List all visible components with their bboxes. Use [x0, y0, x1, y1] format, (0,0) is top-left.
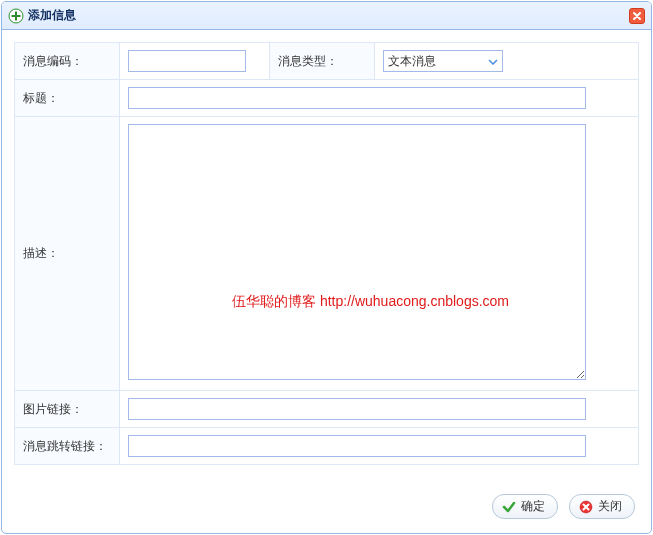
- dialog-content: 消息编码： 消息类型： 文本消息 标题：: [2, 30, 651, 484]
- ok-button-label: 确定: [521, 498, 545, 515]
- select-message-type[interactable]: 文本消息: [383, 50, 503, 72]
- textarea-description[interactable]: [128, 124, 586, 380]
- input-image-link[interactable]: [128, 398, 586, 420]
- cancel-icon: [578, 499, 594, 515]
- label-title: 标题：: [15, 80, 120, 117]
- form-table: 消息编码： 消息类型： 文本消息 标题：: [14, 42, 639, 465]
- input-title[interactable]: [128, 87, 586, 109]
- close-button[interactable]: [629, 8, 645, 24]
- dialog-add-info: 添加信息 消息编码： 消息类型： 文本消息: [1, 1, 652, 534]
- label-message-code: 消息编码：: [15, 43, 120, 80]
- titlebar: 添加信息: [2, 2, 651, 30]
- dialog-title: 添加信息: [28, 7, 76, 24]
- close-dialog-button[interactable]: 关闭: [569, 494, 635, 519]
- close-dialog-button-label: 关闭: [598, 498, 622, 515]
- check-icon: [501, 499, 517, 515]
- select-message-type-value: 文本消息: [388, 53, 436, 70]
- label-description: 描述：: [15, 117, 120, 391]
- label-image-link: 图片链接：: [15, 391, 120, 428]
- chevron-down-icon: [488, 54, 498, 68]
- ok-button[interactable]: 确定: [492, 494, 558, 519]
- label-message-type: 消息类型：: [270, 43, 375, 80]
- button-bar: 确定 关闭: [2, 484, 651, 533]
- close-icon: [632, 11, 642, 21]
- label-jump-link: 消息跳转链接：: [15, 428, 120, 465]
- input-message-code[interactable]: [128, 50, 246, 72]
- input-jump-link[interactable]: [128, 435, 586, 457]
- add-icon: [8, 8, 24, 24]
- svg-rect-2: [12, 15, 21, 17]
